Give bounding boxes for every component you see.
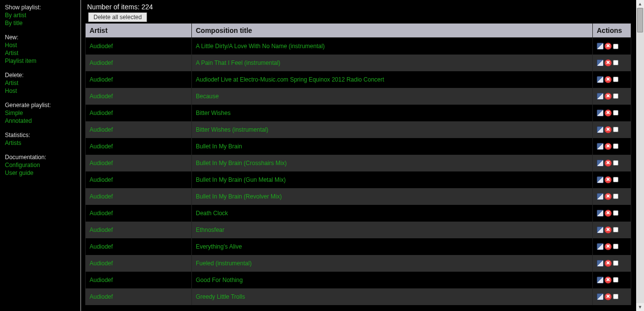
delete-icon[interactable] [605,76,612,83]
sidebar-link[interactable]: Playlist item [5,57,75,65]
scroll-down-icon[interactable]: ▼ [636,303,644,311]
edit-icon[interactable] [597,143,604,150]
delete-icon[interactable] [605,277,612,283]
row-checkbox[interactable] [613,210,618,216]
row-checkbox[interactable] [613,110,618,115]
edit-icon[interactable] [597,293,604,300]
edit-icon[interactable] [597,277,604,283]
artist-link[interactable]: Audiodef [90,43,113,50]
delete-all-selected-button[interactable]: Delete all selected [88,12,147,22]
artist-link[interactable]: Audiodef [90,293,113,300]
title-link[interactable]: Greedy Little Trolls [196,293,245,300]
edit-icon[interactable] [597,43,604,50]
row-checkbox[interactable] [613,194,618,199]
delete-icon[interactable] [605,260,612,267]
title-link[interactable]: Good For Nothing [196,277,243,283]
scroll-thumb[interactable] [637,8,643,32]
row-checkbox[interactable] [613,160,618,166]
artist-link[interactable]: Audiodef [90,193,113,200]
row-checkbox[interactable] [613,294,618,299]
row-checkbox[interactable] [613,60,618,65]
sidebar-link[interactable]: Artists [5,139,75,147]
delete-icon[interactable] [605,293,612,300]
row-checkbox[interactable] [613,227,618,232]
delete-icon[interactable] [605,59,612,66]
row-checkbox[interactable] [613,244,618,249]
delete-icon[interactable] [605,210,612,217]
edit-icon[interactable] [597,260,604,267]
delete-icon[interactable] [605,193,612,200]
artist-link[interactable]: Audiodef [90,126,113,133]
title-link[interactable]: Because [196,93,219,100]
delete-icon[interactable] [605,126,612,133]
edit-icon[interactable] [597,176,604,183]
title-link[interactable]: Bullet In My Brain (Revolver Mix) [196,193,282,200]
delete-icon[interactable] [605,243,612,250]
delete-icon[interactable] [605,93,612,100]
edit-icon[interactable] [597,210,604,217]
row-checkbox[interactable] [613,260,618,266]
title-link[interactable]: Bullet In My Brain (Crosshairs Mix) [196,160,287,167]
row-checkbox[interactable] [613,93,618,99]
artist-link[interactable]: Audiodef [90,160,113,167]
edit-icon[interactable] [597,59,604,66]
delete-icon[interactable] [605,160,612,167]
sidebar-heading: Documentation: [5,154,75,161]
title-link[interactable]: Ethnosfear [196,226,224,233]
sidebar-link[interactable]: Artist [5,49,75,57]
sidebar-link[interactable]: Annotated [5,117,75,125]
row-checkbox[interactable] [613,44,618,49]
artist-link[interactable]: Audiodef [90,110,113,116]
sidebar-link[interactable]: Artist [5,79,75,87]
delete-icon[interactable] [605,43,612,50]
delete-icon[interactable] [605,110,612,116]
scroll-up-icon[interactable]: ▲ [636,0,644,8]
edit-icon[interactable] [597,243,604,250]
artist-link[interactable]: Audiodef [90,59,113,66]
edit-icon[interactable] [597,110,604,116]
edit-icon[interactable] [597,160,604,167]
column-title[interactable]: Composition title [192,24,593,38]
title-link[interactable]: Bullet In My Brain (Gun Metal Mix) [196,176,286,183]
edit-icon[interactable] [597,126,604,133]
edit-icon[interactable] [597,226,604,233]
sidebar-link[interactable]: Configuration [5,161,75,169]
scrollbar[interactable]: ▲ ▼ [636,0,644,311]
edit-icon[interactable] [597,76,604,83]
delete-icon[interactable] [605,143,612,150]
row-checkbox[interactable] [613,143,618,149]
column-artist[interactable]: Artist [86,24,192,38]
title-link[interactable]: Bitter Wishes (instrumental) [196,126,268,133]
sidebar-link[interactable]: Simple [5,109,75,117]
sidebar-link[interactable]: By title [5,19,75,27]
artist-link[interactable]: Audiodef [90,176,113,183]
artist-link[interactable]: Audiodef [90,277,113,283]
title-link[interactable]: Bullet In My Brain [196,143,242,150]
title-link[interactable]: Death Clock [196,210,228,217]
title-link[interactable]: Everything's Alive [196,243,242,250]
title-link[interactable]: Audiodef Live at Electro-Music.com Sprin… [196,76,384,83]
edit-icon[interactable] [597,93,604,100]
artist-link[interactable]: Audiodef [90,260,113,267]
row-checkbox[interactable] [613,127,618,132]
sidebar-link[interactable]: By artist [5,11,75,19]
sidebar-link[interactable]: Host [5,41,75,49]
title-link[interactable]: Bitter Wishes [196,110,231,116]
edit-icon[interactable] [597,193,604,200]
artist-link[interactable]: Audiodef [90,226,113,233]
artist-link[interactable]: Audiodef [90,76,113,83]
row-checkbox[interactable] [613,177,618,182]
title-link[interactable]: A Little Dirty/A Love With No Name (inst… [196,43,325,50]
sidebar-link[interactable]: Host [5,87,75,95]
title-link[interactable]: Fueled (instrumental) [196,260,251,267]
artist-link[interactable]: Audiodef [90,143,113,150]
artist-link[interactable]: Audiodef [90,210,113,217]
artist-link[interactable]: Audiodef [90,93,113,100]
delete-icon[interactable] [605,176,612,183]
sidebar-link[interactable]: User guide [5,169,75,177]
title-link[interactable]: A Pain That I Feel (instrumental) [196,59,280,66]
delete-icon[interactable] [605,226,612,233]
row-checkbox[interactable] [613,77,618,82]
artist-link[interactable]: Audiodef [90,243,113,250]
row-checkbox[interactable] [613,277,618,283]
